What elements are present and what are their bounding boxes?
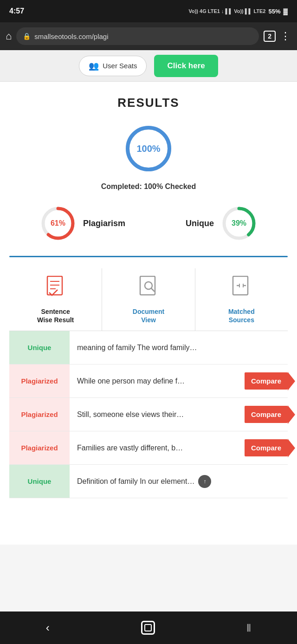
unique-label: Unique [186, 219, 214, 228]
tab-matched-sources[interactable]: Matched Sources [195, 268, 288, 331]
sentence-wise-icon [45, 276, 66, 303]
plagiarism-stat: 61% Plagiarism [39, 205, 125, 242]
nav-bar: 👥 User Seats Click here [0, 50, 297, 82]
carrier-info: Vo)) 4G LTE1 ↓ ▌▌ Vo)) ▌▌ LTE2 [188, 8, 265, 14]
progress-percent-label: 100% [136, 143, 160, 154]
recents-button[interactable]: ⦀ [246, 621, 251, 634]
unique-donut: 39% [220, 205, 258, 242]
url-text: smallseotools.com/plagi [34, 33, 108, 40]
status-badge-plagiarized: Plagiarized [9, 398, 70, 431]
back-button[interactable]: ‹ [46, 621, 50, 634]
result-text: Still, someone else views their… [70, 398, 245, 431]
svg-point-11 [145, 282, 152, 289]
user-seats-button[interactable]: 👥 User Seats [79, 56, 147, 76]
plagiarism-percent-label: 61% [51, 219, 65, 228]
menu-dots-icon[interactable]: ⋮ [280, 30, 291, 42]
compare-arrow-icon [288, 372, 295, 390]
sentence-wise-label: Sentence Wise Result [37, 307, 74, 324]
result-text: While one person may define f… [70, 364, 245, 397]
status-time: 4:57 [9, 7, 24, 15]
result-text: Families are vastly different, b… [70, 431, 245, 464]
lock-icon: 🔒 [23, 33, 31, 40]
battery-level: 55% [268, 8, 280, 15]
compare-button[interactable]: Compare [245, 406, 288, 423]
battery-icon: ▓ [284, 8, 288, 15]
unique-stat: Unique 39% [186, 205, 258, 242]
plagiarism-donut: 61% [39, 205, 77, 242]
user-seats-label: User Seats [103, 62, 137, 70]
compare-arrow-icon [288, 439, 295, 457]
progress-donut: 100% [123, 123, 174, 174]
document-view-icon [138, 276, 159, 303]
status-badge-plagiarized: Plagiarized [9, 364, 70, 397]
unique-percent-label: 39% [232, 219, 246, 228]
result-row: Unique Definition of family In our eleme… [9, 465, 288, 498]
result-text: Definition of family In our element… ↑ [70, 465, 288, 498]
result-row: Unique meaning of family The word family… [9, 331, 288, 364]
home-icon[interactable]: ⌂ [6, 30, 12, 42]
stats-row: 61% Plagiarism Unique 39% [9, 205, 288, 242]
blue-divider [9, 256, 288, 257]
click-here-button[interactable]: Click here [154, 55, 218, 77]
scroll-indicator: ↑ [198, 475, 211, 488]
result-row: Plagiarized Families are vastly differen… [9, 431, 288, 465]
result-text: meaning of family The word family… [70, 331, 288, 364]
main-content: RESULTS 100% Completed: 100% Checked 61%… [0, 82, 297, 545]
bottom-nav: ‹ ⦀ [0, 611, 297, 644]
compare-button[interactable]: Compare [245, 372, 288, 390]
result-row: Plagiarized Still, someone else views th… [9, 398, 288, 431]
compare-arrow-icon [288, 405, 295, 424]
svg-line-12 [151, 288, 155, 292]
progress-donut-container: 100% [9, 123, 288, 174]
user-seats-icon: 👥 [89, 61, 99, 71]
tab-sentence-wise[interactable]: Sentence Wise Result [9, 268, 102, 331]
status-bar: 4:57 Vo)) 4G LTE1 ↓ ▌▌ Vo)) ▌▌ LTE2 55% … [0, 0, 297, 22]
tab-count-badge[interactable]: 2 [264, 31, 276, 42]
status-badge-unique: Unique [9, 331, 70, 364]
matched-sources-label: Matched Sources [228, 307, 255, 324]
home-nav-icon [144, 624, 152, 631]
plagiarism-label: Plagiarism [83, 219, 125, 228]
browser-bar: ⌂ 🔒 smallseotools.com/plagi 2 ⋮ [0, 22, 297, 50]
document-view-label: Document View [133, 307, 164, 324]
status-badge-plagiarized: Plagiarized [9, 431, 70, 464]
results-title: RESULTS [9, 96, 288, 110]
compare-button[interactable]: Compare [245, 439, 288, 456]
result-row: Plagiarized While one person may define … [9, 364, 288, 398]
click-here-label: Click here [167, 61, 205, 70]
status-right: Vo)) 4G LTE1 ↓ ▌▌ Vo)) ▌▌ LTE2 55% ▓ [188, 8, 288, 15]
home-nav-button[interactable] [141, 621, 155, 635]
url-bar[interactable]: 🔒 smallseotools.com/plagi [16, 27, 259, 45]
status-badge-unique: Unique [9, 465, 70, 498]
matched-sources-icon [231, 276, 252, 303]
view-tabs: Sentence Wise Result Document View [9, 268, 288, 331]
completed-text: Completed: 100% Checked [9, 182, 288, 191]
result-rows: Unique meaning of family The word family… [9, 331, 288, 498]
tab-document-view[interactable]: Document View [102, 268, 195, 331]
